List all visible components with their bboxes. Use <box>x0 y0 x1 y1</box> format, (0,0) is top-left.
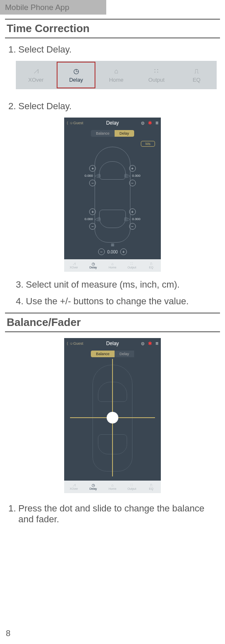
section-title-balance-fader: Balance/Fader <box>5 313 220 332</box>
car-diagram-area: + 0.000 ◁)) − + ◁)) 0.000 − + 0.000 ◁)) … <box>85 147 140 255</box>
menu-icon[interactable]: ≡ <box>155 341 158 346</box>
plus-button[interactable]: + <box>89 208 96 215</box>
balance-delay-toggle: Balance Delay <box>64 130 161 137</box>
back-button[interactable]: ⟨ ☺ Guest <box>67 341 83 346</box>
plus-button[interactable]: + <box>129 208 136 215</box>
tab-output[interactable]: ∷ Output <box>136 61 176 89</box>
nav-output[interactable]: ∷Output <box>122 481 141 493</box>
nav-label: Delay <box>90 266 97 269</box>
user-icon: ⟨ ☺ <box>67 121 73 125</box>
home-icon: ⌂ <box>111 484 113 487</box>
nav-label: EQ <box>149 487 153 490</box>
header-tab: Mobile Phone App <box>0 0 106 15</box>
minus-button[interactable]: − <box>129 180 136 186</box>
globe-icon[interactable]: ⊜ <box>141 120 145 126</box>
nav-xover[interactable]: ⩘XOver <box>64 481 83 493</box>
user-label: Guest <box>73 341 83 346</box>
tab-label: Delay <box>69 77 83 83</box>
delay-value: 0.000 <box>85 174 93 178</box>
waveform-icon: ⩘ <box>72 484 76 487</box>
minus-button[interactable]: − <box>129 223 136 230</box>
speaker-icon: ◁)) <box>124 173 130 178</box>
bluetooth-icon[interactable]: ✱ <box>148 341 152 346</box>
nav-label: Home <box>109 487 117 490</box>
tab-home[interactable]: ⌂ Home <box>96 61 136 89</box>
nav-delay[interactable]: ◷Delay <box>83 481 102 493</box>
step-number: 3. <box>16 279 26 290</box>
app-title: Delay <box>106 341 119 346</box>
sliders-icon: ⎍ <box>150 484 152 487</box>
waveform-icon: ⩘ <box>32 68 39 75</box>
back-button[interactable]: ⟨ ☺ Guest <box>67 121 83 125</box>
step-4: 4. Use the +/- buttons to change the val… <box>16 296 217 307</box>
plus-button[interactable]: + <box>129 165 136 172</box>
speaker-front-left: + 0.000 ◁)) − <box>85 165 101 186</box>
nav-eq[interactable]: ⎍EQ <box>142 481 161 493</box>
clock-icon: ◷ <box>92 484 95 487</box>
app-screenshot-delay: ⟨ ☺ Guest Delay ⊜ ✱ ≡ Balance Delay Ms +… <box>64 118 161 272</box>
nav-eq[interactable]: ⎍EQ <box>142 259 161 272</box>
subwoofer-icon: ▦ <box>111 243 115 247</box>
grid-icon: ∷ <box>130 484 133 487</box>
speaker-front-right: + ◁)) 0.000 − <box>124 165 140 186</box>
speaker-rear-left: + 0.000 ◁)) − <box>85 208 101 230</box>
nav-delay[interactable]: ◷Delay <box>83 259 102 272</box>
section-title-time-correction: Time Correction <box>5 19 220 38</box>
pill-delay[interactable]: Delay <box>115 130 134 137</box>
pill-balance[interactable]: Balance <box>91 351 115 357</box>
tab-eq[interactable]: ⎍ EQ <box>177 61 217 89</box>
unit-button[interactable]: Ms <box>141 141 155 147</box>
speaker-rear-right: + ◁)) 0.000 − <box>124 208 140 230</box>
page-number: 8 <box>6 629 10 638</box>
speaker-icon: ◁)) <box>95 217 101 221</box>
nav-xover[interactable]: ⩘XOver <box>64 259 83 272</box>
grid-icon: ∷ <box>130 262 133 266</box>
step-text: Select unit of measure (ms, inch, cm). <box>26 279 217 290</box>
step-number: 4. <box>16 296 26 307</box>
home-icon: ⌂ <box>111 262 113 266</box>
speaker-subwoofer: ▦ − 0.000 + <box>98 248 127 255</box>
app-screenshot-balance: ⟨ ☺ Guest Delay ⊜ ✱ ≡ Balance Delay ⩘XOv… <box>64 338 161 493</box>
nav-label: Delay <box>90 487 97 490</box>
app-bottom-nav: ⩘XOver ◷Delay ⌂Home ∷Output ⎍EQ <box>64 259 161 272</box>
tab-label: XOver <box>28 77 44 83</box>
menu-icon[interactable]: ≡ <box>155 120 158 126</box>
step-3: 3. Select unit of measure (ms, inch, cm)… <box>16 279 217 290</box>
step-1: 1. Select Delay. <box>8 44 217 55</box>
minus-button[interactable]: − <box>89 223 96 230</box>
tab-label: Home <box>109 77 124 83</box>
minus-button[interactable]: − <box>89 180 96 186</box>
pill-delay[interactable]: Delay <box>115 351 134 357</box>
user-icon: ⟨ ☺ <box>67 341 73 346</box>
sliders-icon: ⎍ <box>150 262 152 266</box>
tab-delay[interactable]: ◷ Delay <box>56 61 96 89</box>
nav-output[interactable]: ∷Output <box>122 259 141 272</box>
nav-home[interactable]: ⌂Home <box>103 259 122 272</box>
step-number: 1. <box>8 503 18 525</box>
plus-button[interactable]: + <box>89 165 96 172</box>
minus-button[interactable]: − <box>98 248 105 255</box>
nav-home[interactable]: ⌂Home <box>103 481 122 493</box>
tab-label: Output <box>148 77 165 83</box>
step-text: Use the +/- buttons to change the value. <box>26 296 217 307</box>
balance-fader-pad[interactable] <box>70 359 155 476</box>
step-number: 1. <box>8 44 18 55</box>
bluetooth-icon[interactable]: ✱ <box>148 120 152 126</box>
tab-xover[interactable]: ⩘ XOver <box>16 61 56 89</box>
nav-label: XOver <box>70 266 78 269</box>
delay-value: 0.000 <box>132 217 140 221</box>
step-text: Select Delay. <box>18 101 217 112</box>
balance-dot[interactable] <box>107 412 118 423</box>
nav-label: Output <box>128 487 136 490</box>
clock-icon: ◷ <box>73 67 79 75</box>
waveform-icon: ⩘ <box>72 262 76 266</box>
nav-label: Output <box>128 266 136 269</box>
pill-balance[interactable]: Balance <box>91 130 115 137</box>
clock-icon: ◷ <box>92 262 95 266</box>
plus-button[interactable]: + <box>120 248 127 255</box>
delay-value: 0.000 <box>85 217 93 221</box>
globe-icon[interactable]: ⊜ <box>141 341 145 346</box>
step-text: Press the dot and slide to change the ba… <box>18 503 217 525</box>
speaker-icon: ◁)) <box>95 173 101 178</box>
sliders-icon: ⎍ <box>195 68 199 75</box>
